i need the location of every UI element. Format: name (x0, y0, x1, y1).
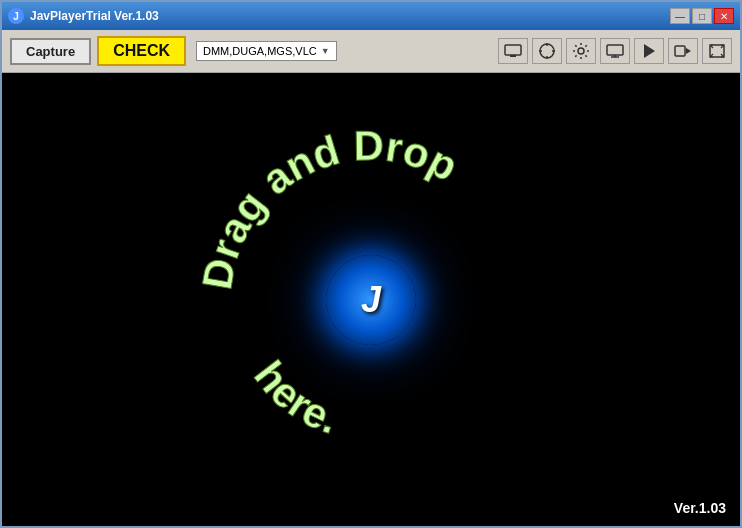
svg-rect-12 (675, 46, 685, 56)
version-label: Ver.1.03 (674, 500, 726, 516)
minimize-button[interactable]: — (670, 8, 690, 24)
svg-point-2 (540, 44, 554, 58)
capture-button[interactable]: Capture (10, 38, 91, 65)
app-icon: J (8, 8, 24, 24)
fullscreen-icon[interactable] (702, 38, 732, 64)
logo-text: J (361, 279, 381, 321)
title-controls: — □ ✕ (670, 8, 734, 24)
svg-rect-8 (607, 45, 623, 55)
chevron-down-icon: ▼ (321, 46, 330, 56)
svg-text:Drag and Drop: Drag and Drop (193, 121, 465, 292)
drag-drop-area[interactable]: Drag and Drop here. J (2, 73, 740, 526)
title-bar: J JavPlayerTrial Ver.1.03 — □ ✕ (2, 2, 740, 30)
window-title: JavPlayerTrial Ver.1.03 (30, 9, 159, 23)
maximize-button[interactable]: □ (692, 8, 712, 24)
close-button[interactable]: ✕ (714, 8, 734, 24)
check-button[interactable]: CHECK (97, 36, 186, 66)
svg-rect-0 (505, 45, 521, 55)
main-window: J JavPlayerTrial Ver.1.03 — □ ✕ Capture … (0, 0, 742, 528)
title-bar-left: J JavPlayerTrial Ver.1.03 (8, 8, 159, 24)
source-dropdown[interactable]: DMM,DUGA,MGS,VLC ▼ (196, 41, 337, 61)
svg-marker-13 (686, 48, 691, 54)
crosshair-icon[interactable] (532, 38, 562, 64)
svg-marker-11 (644, 44, 655, 58)
display-icon[interactable] (600, 38, 630, 64)
svg-rect-1 (510, 55, 516, 57)
record-icon[interactable] (668, 38, 698, 64)
monitor-icon[interactable] (498, 38, 528, 64)
dropdown-label: DMM,DUGA,MGS,VLC (203, 45, 317, 57)
svg-text:here.: here. (245, 352, 343, 443)
main-content[interactable]: Drag and Drop here. J Ver.1.03 (2, 73, 740, 526)
toolbar-icons (498, 38, 732, 64)
toolbar: Capture CHECK DMM,DUGA,MGS,VLC ▼ (2, 30, 740, 73)
gear-icon[interactable] (566, 38, 596, 64)
center-logo: J (326, 255, 416, 345)
circular-text-container: Drag and Drop here. J (181, 110, 561, 490)
play-icon[interactable] (634, 38, 664, 64)
svg-point-7 (578, 48, 584, 54)
